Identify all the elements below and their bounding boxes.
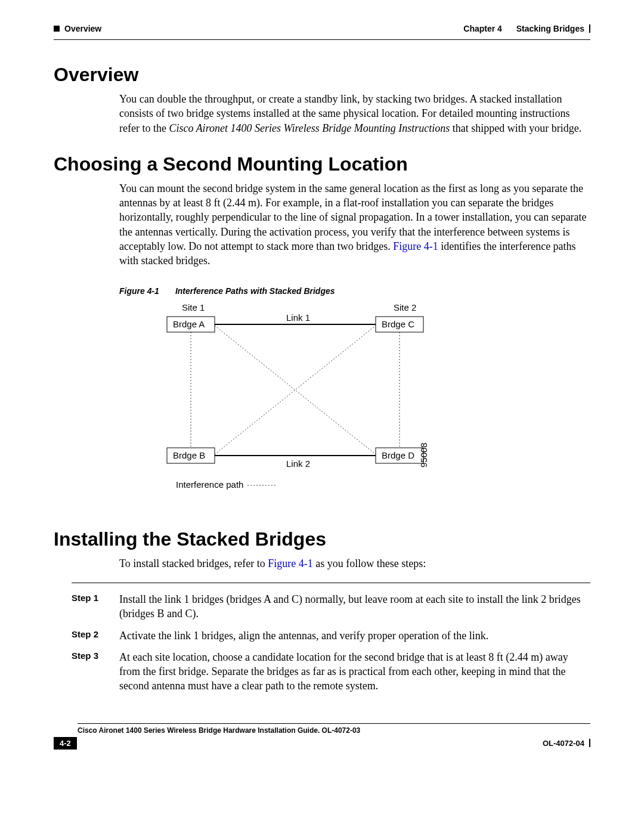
header-right: Chapter 4 Stacking Bridges (463, 24, 590, 33)
header-left: Overview (54, 24, 101, 33)
figure-title: Interference Paths with Stacked Bridges (175, 286, 335, 296)
step-row: Step 1 Install the link 1 bridges (bridg… (72, 592, 590, 621)
step-label: Step 3 (72, 650, 119, 693)
footer-rule (78, 723, 590, 724)
heading-installing: Installing the Stacked Bridges (54, 528, 590, 550)
step-label: Step 1 (72, 592, 119, 621)
footer-right: OL-4072-04 (543, 739, 590, 748)
site1-label: Site 1 (182, 302, 205, 312)
bridge-a-label: Brdge A (173, 319, 205, 329)
bridge-d-label: Brdge D (382, 450, 414, 460)
heading-choosing-location: Choosing a Second Mounting Location (54, 153, 590, 175)
figure-4-1: Site 1 Site 2 Brdge A Brdge C Brdge B Br… (119, 302, 590, 510)
square-bullet-icon (54, 26, 60, 32)
doc-id: OL-4072-04 (543, 739, 584, 748)
site2-label: Site 2 (394, 302, 416, 312)
vertical-bar-icon (589, 739, 590, 747)
bridge-c-label: Brdge C (382, 319, 414, 329)
step-rule (72, 583, 590, 583)
page-footer: Cisco Aironet 1400 Series Wireless Bridg… (54, 723, 590, 750)
step-row: Step 2 Activate the link 1 bridges, alig… (72, 628, 590, 643)
step-text: At each site location, choose a candidat… (119, 650, 590, 693)
header-rule (54, 39, 590, 40)
link1-label: Link 1 (286, 312, 310, 323)
bridge-b-label: Brdge B (173, 450, 205, 460)
page-header: Overview Chapter 4 Stacking Bridges (54, 24, 590, 33)
text: as you follow these steps: (313, 558, 426, 569)
overview-paragraph: You can double the throughput, or create… (119, 92, 590, 135)
vertical-bar-icon (589, 24, 590, 33)
figure-link[interactable]: Figure 4-1 (393, 240, 438, 252)
figure-caption: Figure 4-1 Interference Paths with Stack… (119, 286, 590, 296)
step-label: Step 2 (72, 628, 119, 643)
legend-label: Interference path (176, 479, 243, 490)
header-chapter-title: Stacking Bridges (516, 24, 584, 33)
choosing-paragraph: You can mount the second bridge system i… (119, 181, 590, 268)
text: that shipped with your bridge. (450, 122, 581, 134)
header-section-label: Overview (64, 24, 101, 33)
header-chapter: Chapter 4 (463, 24, 502, 33)
step-row: Step 3 At each site location, choose a c… (72, 650, 590, 693)
link2-label: Link 2 (286, 459, 310, 469)
text: To install stacked bridges, refer to (119, 558, 268, 569)
footer-guide-title: Cisco Aironet 1400 Series Wireless Bridg… (78, 726, 590, 735)
step-text: Activate the link 1 bridges, align the a… (119, 628, 590, 643)
heading-overview: Overview (54, 64, 590, 86)
figure-id: 95008 (419, 442, 429, 467)
page-number-badge: 4-2 (54, 737, 77, 750)
figure-number: Figure 4-1 (119, 286, 173, 296)
figure-link[interactable]: Figure 4-1 (268, 558, 313, 569)
installing-intro: To install stacked bridges, refer to Fig… (119, 556, 590, 571)
italic-reference: Cisco Aironet 1400 Series Wireless Bridg… (169, 122, 450, 134)
steps-block: Step 1 Install the link 1 bridges (bridg… (54, 583, 590, 693)
step-text: Install the link 1 bridges (bridges A an… (119, 592, 590, 621)
